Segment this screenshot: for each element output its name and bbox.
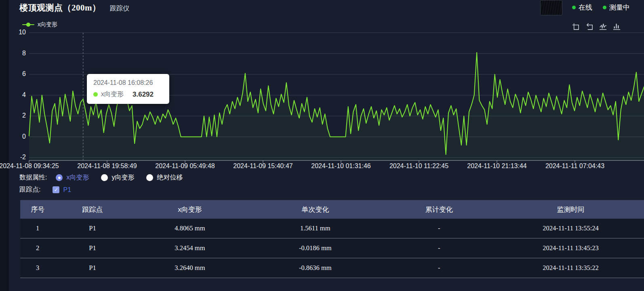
- table-cell: P1: [55, 224, 130, 232]
- table-cell: -: [381, 244, 497, 252]
- data-attribute-label: 数据属性:: [19, 173, 47, 182]
- table-header-row: 序号跟踪点x向变形单次变化累计变化监测时间: [20, 200, 644, 219]
- table-column-header: 单次变化: [250, 205, 381, 214]
- table-column-header: x向变形: [130, 205, 250, 214]
- x-axis-tick-label: 2024-11-11 07:04:43: [535, 162, 615, 170]
- table-row: 1P14.8065 mm1.5611 mm-2024-11-11 13:55:2…: [20, 219, 644, 238]
- table-cell: -: [381, 264, 497, 272]
- chart-tooltip: 2024-11-08 16:08:26 x向变形 3.6292: [87, 74, 169, 104]
- table-cell: 1: [20, 224, 55, 232]
- table-cell: 3.2454 mm: [130, 244, 250, 252]
- radio-option-1[interactable]: y向变形: [101, 173, 134, 182]
- table-cell: -: [381, 224, 497, 232]
- radio-option-label: 绝对位移: [157, 173, 183, 182]
- table-cell: -0.0186 mm: [250, 244, 381, 252]
- tooltip-value: 3.6292: [133, 91, 154, 99]
- x-axis-tick-label: 2024-11-09 15:40:47: [223, 162, 303, 170]
- x-axis-tick-label: 2024-11-08 09:34:25: [0, 162, 69, 170]
- y-axis-tick-label: 6: [8, 70, 26, 78]
- y-axis-tick-label: 4: [8, 91, 26, 99]
- table-row: 2P13.2454 mm-0.0186 mm-2024-11-11 13:45:…: [20, 238, 644, 258]
- table-column-header: 序号: [20, 205, 55, 214]
- track-point-option-0[interactable]: ✓P1: [53, 186, 71, 194]
- table-cell: 2024-11-11 13:55:24: [497, 224, 644, 232]
- y-axis-tick-label: 8: [8, 50, 26, 57]
- track-point-name: P1: [63, 186, 71, 194]
- radio-option-label: x向变形: [66, 173, 89, 182]
- tooltip-series-dot-icon: [93, 92, 98, 97]
- y-axis-tick-label: 10: [8, 29, 26, 36]
- table-cell: -0.8636 mm: [250, 264, 381, 272]
- table-cell: 3: [20, 264, 55, 272]
- x-axis-tick-label: 2024-11-10 01:31:46: [301, 162, 381, 170]
- x-axis-tick-label: 2024-11-08 19:58:49: [67, 162, 147, 170]
- x-axis-tick-label: 2024-11-10 11:22:45: [379, 162, 459, 170]
- measurement-table: 序号跟踪点x向变形单次变化累计变化监测时间 1P14.8065 mm1.5611…: [20, 200, 644, 278]
- y-axis-tick-label: 2: [8, 112, 26, 119]
- radio-selected-icon[interactable]: [56, 174, 63, 181]
- tooltip-series-name: x向变形: [101, 90, 124, 99]
- table-row: 3P13.2640 mm-0.8636 mm-2024-11-11 13:35:…: [20, 258, 644, 278]
- radio-unselected-icon[interactable]: [101, 174, 108, 181]
- track-point-row: 跟踪点: ✓P1: [19, 186, 71, 194]
- table-column-header: 跟踪点: [55, 205, 130, 214]
- radio-option-0[interactable]: x向变形: [56, 173, 89, 182]
- table-column-header: 累计变化: [381, 205, 497, 214]
- data-attribute-row: 数据属性: x向变形y向变形绝对位移: [19, 173, 195, 182]
- radio-unselected-icon[interactable]: [146, 174, 153, 181]
- table-cell: 2024-11-11 13:45:23: [497, 244, 644, 252]
- table-cell: P1: [55, 244, 130, 252]
- checkbox-checked-icon[interactable]: ✓: [53, 186, 59, 193]
- x-axis-tick-label: 2024-11-09 05:49:48: [145, 162, 225, 170]
- table-cell: 2: [20, 244, 55, 252]
- table-cell: P1: [55, 264, 130, 272]
- table-cell: 3.2640 mm: [130, 264, 250, 272]
- radio-option-label: y向变形: [112, 173, 134, 182]
- tooltip-time: 2024-11-08 16:08:26: [93, 79, 162, 86]
- track-point-label: 跟踪点:: [19, 186, 40, 194]
- y-axis-tick-label: -2: [8, 154, 26, 161]
- x-axis-tick-label: 2024-11-10 21:13:44: [457, 162, 537, 170]
- radio-option-2[interactable]: 绝对位移: [146, 173, 183, 182]
- table-cell: 2024-11-11 13:35:22: [497, 264, 644, 272]
- y-axis-tick-label: 0: [8, 133, 26, 140]
- table-cell: 1.5611 mm: [250, 224, 381, 232]
- table-cell: 4.8065 mm: [130, 224, 250, 232]
- table-column-header: 监测时间: [497, 205, 644, 214]
